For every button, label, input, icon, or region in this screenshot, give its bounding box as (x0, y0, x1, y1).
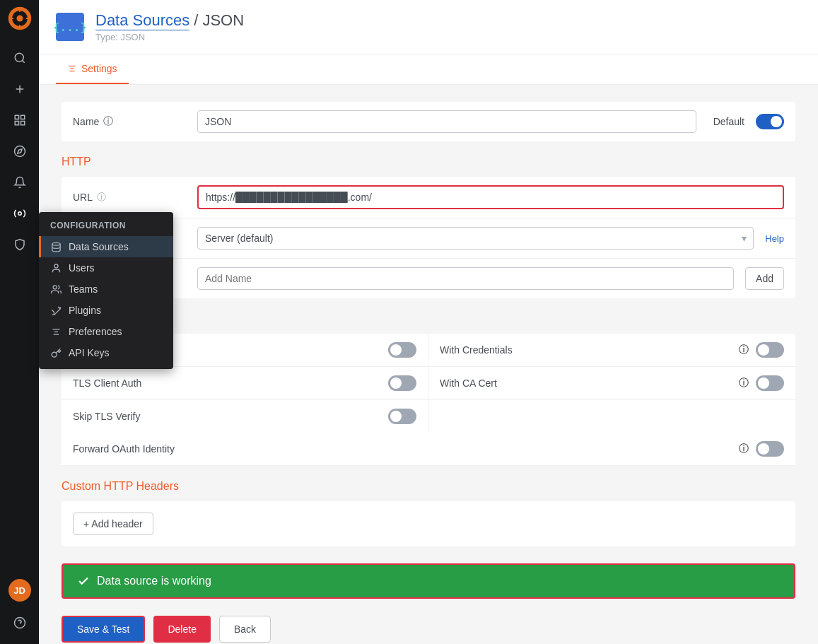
save-test-button[interactable]: Save & Test (62, 616, 145, 643)
menu-item-plugins[interactable]: Plugins (39, 300, 173, 321)
url-control (197, 185, 784, 209)
teams-icon (50, 283, 62, 295)
config-nav-icon[interactable] (6, 199, 34, 228)
svg-point-22 (53, 285, 57, 288)
breadcrumb-current-page: JSON (202, 11, 244, 30)
access-select[interactable]: Server (default) Browser (197, 227, 754, 250)
svg-rect-12 (21, 115, 24, 119)
add-cookie-button[interactable]: Add (745, 267, 784, 290)
ca-cert-info-icon[interactable]: ⓘ (739, 377, 749, 390)
menu-item-users[interactable]: Users (39, 257, 173, 279)
search-nav-icon[interactable] (6, 44, 34, 72)
http-section-title: HTTP (62, 156, 795, 168)
svg-rect-4 (19, 25, 21, 28)
basic-auth-toggle[interactable] (388, 342, 416, 358)
tabs-bar: Settings (39, 54, 818, 85)
with-ca-cert-label: With CA Cert (440, 377, 732, 389)
svg-rect-11 (15, 115, 18, 119)
svg-marker-16 (17, 149, 21, 153)
check-icon (77, 575, 90, 587)
page-subtitle: Type: JSON (95, 32, 244, 42)
svg-point-7 (15, 53, 23, 62)
menu-preferences-label: Preferences (69, 326, 122, 337)
config-menu: Configuration Data Sources Users (39, 212, 173, 369)
tab-settings[interactable]: Settings (56, 54, 129, 84)
name-field-row: Name ⓘ Default (62, 102, 795, 141)
sidebar-bottom: JD (6, 579, 34, 638)
skip-tls-row: Skip TLS Verify (62, 400, 428, 433)
menu-item-teams[interactable]: Teams (39, 279, 173, 300)
shield-nav-icon[interactable] (6, 230, 34, 259)
with-credentials-row: With Credentials ⓘ (428, 334, 795, 367)
key-icon (50, 347, 62, 358)
user-icon (50, 262, 62, 274)
oauth-info-icon[interactable]: ⓘ (739, 443, 749, 455)
with-credentials-label: With Credentials (440, 344, 732, 356)
user-avatar[interactable]: JD (8, 579, 31, 602)
explore-nav-icon[interactable] (6, 137, 34, 165)
config-menu-title: Configuration (39, 218, 173, 236)
menu-users-label: Users (69, 262, 95, 274)
alert-nav-icon[interactable] (6, 168, 34, 197)
svg-line-8 (22, 60, 24, 62)
svg-rect-14 (21, 122, 24, 125)
tls-auth-toggle[interactable] (388, 375, 416, 391)
cookies-input[interactable] (197, 267, 734, 290)
url-info-icon[interactable]: ⓘ (97, 191, 106, 204)
help-nav-icon[interactable] (6, 609, 34, 637)
dashboard-nav-icon[interactable] (6, 106, 34, 134)
page-header: {...} Data Sources / JSON Type: JSON (39, 0, 818, 54)
menu-item-apikeys[interactable]: API Keys (39, 342, 173, 363)
svg-rect-3 (19, 8, 21, 12)
url-label: URL ⓘ (73, 191, 186, 204)
default-label: Default (713, 116, 744, 127)
svg-point-17 (18, 212, 21, 216)
svg-point-2 (16, 16, 23, 22)
preferences-icon (50, 326, 62, 337)
custom-headers-section: + Add header (62, 501, 795, 546)
url-input[interactable] (197, 185, 784, 209)
credentials-info-icon[interactable]: ⓘ (739, 344, 749, 356)
breadcrumb-datasources-link[interactable]: Data Sources (95, 11, 189, 30)
back-button[interactable]: Back (219, 616, 271, 643)
skip-tls-toggle[interactable] (388, 409, 416, 424)
tab-settings-label: Settings (81, 63, 117, 74)
forward-oauth-label: Forward OAuth Identity (73, 443, 732, 455)
datasource-logo: {...} (56, 13, 84, 41)
name-input[interactable] (197, 110, 696, 133)
grafana-logo[interactable] (7, 6, 33, 31)
tls-auth-label: TLS Client Auth (73, 377, 381, 389)
svg-rect-6 (26, 18, 30, 19)
forward-oauth-row: Forward OAuth Identity ⓘ (62, 433, 795, 466)
svg-point-15 (14, 146, 25, 157)
svg-point-21 (54, 264, 58, 267)
menu-plugins-label: Plugins (69, 305, 101, 316)
skip-tls-label: Skip TLS Verify (73, 411, 381, 422)
delete-button[interactable]: Delete (153, 616, 210, 643)
database-icon (50, 241, 62, 252)
name-info-icon[interactable]: ⓘ (103, 115, 113, 128)
menu-item-datasources[interactable]: Data Sources (39, 236, 173, 257)
custom-headers-title: Custom HTTP Headers (62, 480, 795, 493)
menu-item-preferences[interactable]: Preferences (39, 321, 173, 342)
success-banner: Data source is working (62, 563, 795, 599)
with-ca-cert-row: With CA Cert ⓘ (428, 367, 795, 400)
svg-line-26 (52, 310, 54, 312)
help-link[interactable]: Help (765, 233, 784, 244)
menu-datasources-label: Data Sources (69, 241, 129, 252)
breadcrumb: Data Sources / JSON (95, 11, 244, 30)
forward-oauth-toggle[interactable] (756, 441, 784, 457)
name-label: Name ⓘ (73, 115, 186, 128)
plugin-icon (50, 305, 62, 316)
action-buttons: Save & Test Delete Back (62, 616, 795, 643)
breadcrumb-separator: / (194, 11, 198, 30)
empty-auth-row (428, 400, 795, 433)
menu-apikeys-label: API Keys (69, 347, 110, 358)
access-select-wrapper: Server (default) Browser (197, 227, 754, 250)
svg-rect-13 (15, 122, 18, 125)
with-credentials-toggle[interactable] (756, 342, 784, 358)
with-ca-cert-toggle[interactable] (756, 375, 784, 391)
add-nav-icon[interactable] (6, 75, 34, 103)
default-toggle[interactable] (756, 114, 784, 129)
add-header-button[interactable]: + Add header (73, 513, 153, 535)
